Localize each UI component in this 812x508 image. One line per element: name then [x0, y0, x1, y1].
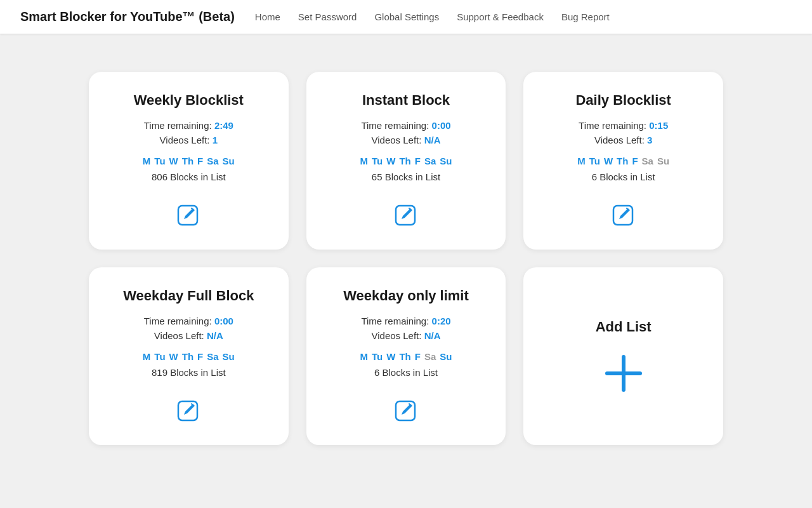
edit-icon-daily-blocklist[interactable] [610, 203, 637, 232]
blocks-count-instant-block: 65 Blocks in List [372, 171, 440, 182]
day-th-weekday-only-limit: Th [399, 351, 410, 362]
day-m-daily-blocklist: M [577, 156, 586, 166]
blocks-count-daily-blocklist: 6 Blocks in List [592, 171, 655, 182]
day-su-instant-block: Su [440, 156, 452, 166]
card-title-weekday-full-block: Weekday Full Block [123, 288, 254, 304]
card-title-instant-block: Instant Block [362, 92, 450, 109]
day-sa-instant-block: Sa [424, 156, 436, 166]
edit-icon-weekly-blocklist[interactable] [175, 203, 202, 232]
videos-left-weekly-blocklist: Videos Left: 1 [160, 135, 218, 145]
day-m-instant-block: M [360, 156, 369, 166]
days-row-daily-blocklist: MTuWThFSaSu [577, 156, 669, 166]
blocks-count-weekday-full-block: 819 Blocks in List [152, 367, 226, 378]
card-instant-block: Instant BlockTime remaining: 0:00Videos … [306, 72, 506, 250]
card-weekday-full-block: Weekday Full BlockTime remaining: 0:00Vi… [89, 267, 289, 445]
blocks-count-weekly-blocklist: 806 Blocks in List [152, 171, 226, 182]
card-weekly-blocklist: Weekly BlocklistTime remaining: 2:49Vide… [89, 72, 289, 250]
blocks-count-weekday-only-limit: 6 Blocks in List [374, 367, 438, 378]
day-tu-daily-blocklist: Tu [589, 156, 600, 166]
day-f-weekday-full-block: F [197, 351, 203, 362]
day-sa-weekday-full-block: Sa [207, 351, 218, 362]
days-row-weekday-full-block: MTuWThFSaSu [143, 351, 235, 362]
day-tu-weekday-only-limit: Tu [372, 351, 383, 362]
day-sa-weekly-blocklist: Sa [207, 156, 218, 166]
day-th-weekday-full-block: Th [182, 351, 193, 362]
nav-home[interactable]: Home [255, 11, 280, 22]
days-row-instant-block: MTuWThFSaSu [360, 156, 452, 166]
card-title-weekly-blocklist: Weekly Blocklist [134, 92, 244, 109]
time-remaining-weekday-only-limit: Time remaining: 0:20 [361, 316, 450, 326]
day-f-instant-block: F [415, 156, 421, 166]
day-th-daily-blocklist: Th [617, 156, 628, 166]
day-su-weekday-only-limit: Su [440, 351, 452, 362]
days-row-weekly-blocklist: MTuWThFSaSu [143, 156, 235, 166]
day-sa-weekday-only-limit: Sa [424, 351, 436, 362]
edit-icon-weekday-full-block[interactable] [175, 398, 202, 427]
day-tu-weekly-blocklist: Tu [154, 156, 165, 166]
card-title-daily-blocklist: Daily Blocklist [575, 92, 671, 109]
day-th-instant-block: Th [399, 156, 410, 166]
day-w-weekday-full-block: W [169, 351, 178, 362]
add-list-title: Add List [596, 319, 652, 335]
nav-set-password[interactable]: Set Password [298, 11, 357, 22]
day-w-weekly-blocklist: W [169, 156, 178, 166]
day-tu-instant-block: Tu [372, 156, 383, 166]
nav-bug-report[interactable]: Bug Report [561, 11, 610, 22]
time-remaining-instant-block: Time remaining: 0:00 [361, 120, 450, 131]
day-m-weekday-only-limit: M [360, 351, 369, 362]
edit-icon-instant-block[interactable] [393, 203, 419, 232]
day-su-weekly-blocklist: Su [223, 156, 235, 166]
time-remaining-weekly-blocklist: Time remaining: 2:49 [144, 120, 233, 131]
day-su-weekday-full-block: Su [223, 351, 235, 362]
videos-left-instant-block: Videos Left: N/A [372, 135, 441, 145]
add-list-card[interactable]: Add List [523, 267, 723, 445]
day-m-weekday-full-block: M [143, 351, 151, 362]
day-su-daily-blocklist: Su [657, 156, 669, 166]
nav-support-feedback[interactable]: Support & Feedback [457, 11, 544, 22]
time-remaining-weekday-full-block: Time remaining: 0:00 [144, 316, 233, 326]
videos-left-weekday-full-block: Videos Left: N/A [154, 330, 223, 341]
card-weekday-only-limit: Weekday only limitTime remaining: 0:20Vi… [306, 267, 506, 445]
time-remaining-daily-blocklist: Time remaining: 0:15 [579, 120, 668, 131]
add-list-plus-icon [601, 351, 646, 396]
day-th-weekly-blocklist: Th [182, 156, 193, 166]
day-sa-daily-blocklist: Sa [642, 156, 653, 166]
edit-icon-weekday-only-limit[interactable] [393, 398, 419, 427]
app-title: Smart Blocker for YouTube™ (Beta) [20, 10, 235, 24]
day-f-weekday-only-limit: F [415, 351, 421, 362]
videos-left-weekday-only-limit: Videos Left: N/A [372, 330, 441, 341]
days-row-weekday-only-limit: MTuWThFSaSu [360, 351, 452, 362]
videos-left-daily-blocklist: Videos Left: 3 [594, 135, 652, 145]
day-w-weekday-only-limit: W [386, 351, 395, 362]
day-m-weekly-blocklist: M [143, 156, 151, 166]
main-nav: HomeSet PasswordGlobal SettingsSupport &… [255, 11, 610, 22]
card-daily-blocklist: Daily BlocklistTime remaining: 0:15Video… [523, 72, 723, 250]
nav-global-settings[interactable]: Global Settings [374, 11, 439, 22]
day-f-weekly-blocklist: F [197, 156, 203, 166]
day-w-instant-block: W [386, 156, 395, 166]
card-title-weekday-only-limit: Weekday only limit [343, 288, 469, 304]
cards-grid: Weekly BlocklistTime remaining: 2:49Vide… [0, 34, 812, 483]
day-f-daily-blocklist: F [632, 156, 638, 166]
day-tu-weekday-full-block: Tu [154, 351, 165, 362]
day-w-daily-blocklist: W [604, 156, 613, 166]
